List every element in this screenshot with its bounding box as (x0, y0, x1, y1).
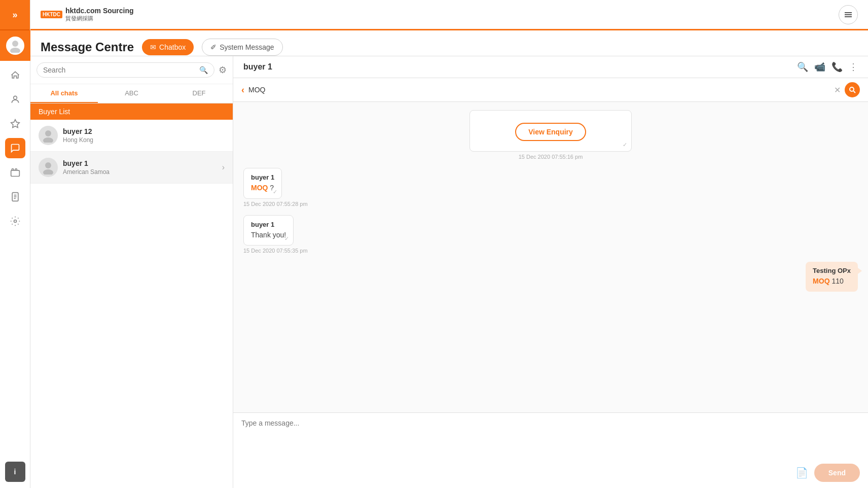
svg-point-0 (12, 41, 18, 47)
nav-collapse-btn[interactable]: » (0, 0, 30, 30)
search-back-icon[interactable]: ‹ (241, 85, 244, 95)
msg-read-checkmark-2: ✓ (273, 189, 277, 195)
chat-avatar-buyer1 (39, 158, 58, 177)
user-avatar-area (0, 30, 30, 61)
system-message-tab[interactable]: ✐ System Message (202, 39, 282, 56)
system-message-tab-label: System Message (220, 43, 274, 51)
nav-products-item[interactable] (5, 162, 25, 183)
logo-chinese-text: 貿發網採購 (65, 15, 134, 22)
chat-name-buyer1: buyer 1 (63, 159, 217, 167)
msg-sender-sent: Testing OPx (813, 267, 851, 274)
svg-marker-3 (11, 120, 19, 128)
filter-settings-icon[interactable]: ⚙ (219, 64, 227, 76)
nav-profile-item[interactable] (5, 89, 25, 110)
top-header: HKTDC hktdc.com Sourcing 貿發網採購 (30, 0, 868, 30)
msg-text-sent: MOQ 110 (813, 276, 851, 287)
msg-bubble-thankyou: buyer 1 Thank you! ✓ (243, 215, 294, 246)
more-options-icon[interactable]: ⋮ (849, 61, 858, 73)
search-go-button[interactable] (845, 82, 860, 97)
chatbox-tab-label: Chatbox (159, 43, 186, 51)
chevron-right-icon: » (12, 10, 17, 20)
tab-def[interactable]: DEF (165, 84, 233, 103)
search-clear-icon[interactable]: ✕ (834, 85, 841, 95)
chat-location-buyer1: American Samoa (63, 168, 217, 176)
search-chat-icon[interactable]: 🔍 (797, 61, 808, 73)
message-textarea[interactable] (241, 419, 860, 460)
content-area: Message Centre ✉ Chatbox ✐ System Messag… (30, 30, 868, 488)
search-icon: 🔍 (199, 66, 208, 74)
svg-point-13 (45, 130, 51, 136)
view-enquiry-label: View Enquiry (528, 128, 573, 136)
chat-location-buyer12: Hong Kong (63, 136, 225, 144)
msg-time-2: 15 Dec 2020 07:55:28 pm (243, 201, 308, 207)
msg-sender-2: buyer 1 (251, 221, 286, 228)
nav-favorites-item[interactable] (5, 114, 25, 134)
avatar (6, 37, 24, 55)
three-col-layout: 🔍 ⚙ All chats ABC DEF (30, 56, 868, 488)
search-input[interactable] (43, 66, 196, 74)
moq-highlight-sent: MOQ (813, 277, 829, 285)
tab-abc[interactable]: ABC (98, 84, 165, 103)
page-title: Message Centre (41, 40, 134, 54)
chat-tabs: All chats ABC DEF (30, 84, 233, 103)
svg-point-14 (43, 137, 53, 143)
message-input-area: 📄 Send (233, 412, 868, 488)
video-call-icon[interactable]: 📹 (814, 61, 825, 73)
messages-area: View Enquiry ✓ 15 Dec 2020 07:55:16 pm b… (233, 102, 868, 412)
hamburger-button[interactable] (839, 5, 858, 24)
msg-sent-testing: Testing OPx MOQ 110 (806, 262, 858, 292)
chat-item-buyer12[interactable]: buyer 12 Hong Kong (30, 120, 233, 152)
msg-text-moq: MOQ ? (251, 183, 274, 193)
message-input-toolbar: 📄 Send (241, 464, 860, 482)
buyer-list-header: Buyer List (30, 103, 233, 120)
svg-point-1 (10, 48, 20, 53)
nav-documents-item[interactable] (5, 187, 25, 207)
left-navigation: » (0, 0, 30, 488)
main-content: HKTDC hktdc.com Sourcing 貿發網採購 Message C… (30, 0, 868, 488)
hktdc-logo-badge: HKTDC (41, 11, 62, 18)
svg-point-9 (14, 220, 16, 223)
svg-point-16 (43, 169, 53, 175)
sidebar-search-row: 🔍 ⚙ (30, 56, 233, 84)
nav-bottom: i (5, 462, 25, 488)
chatbox-tab[interactable]: ✉ Chatbox (142, 39, 194, 55)
moq-highlight-1: MOQ (251, 184, 268, 192)
info-button[interactable]: i (5, 462, 25, 482)
svg-rect-4 (11, 170, 19, 177)
page-container: Message Centre ✉ Chatbox ✐ System Messag… (30, 30, 868, 488)
tab-all-chats[interactable]: All chats (30, 84, 98, 103)
send-button[interactable]: Send (814, 464, 860, 482)
chat-item-buyer1[interactable]: buyer 1 American Samoa › (30, 152, 233, 184)
search-box: 🔍 (37, 62, 214, 78)
msg-read-checkmark: ✓ (623, 142, 627, 148)
msg-bubble-moq: buyer 1 MOQ ? ✓ (243, 168, 282, 199)
msg-text-110: 110 (831, 277, 843, 285)
nav-icon-list (5, 61, 25, 462)
svg-point-15 (45, 162, 51, 168)
logo-sourcing-text: hktdc.com Sourcing (65, 7, 134, 15)
sidebar: 🔍 ⚙ All chats ABC DEF (30, 56, 233, 488)
msg-sender-1: buyer 1 (251, 173, 274, 181)
page-header: Message Centre ✉ Chatbox ✐ System Messag… (30, 30, 868, 56)
logo-area: HKTDC hktdc.com Sourcing 貿發網採購 (41, 7, 134, 22)
message-icon: ✐ (210, 43, 216, 51)
chat-header: buyer 1 🔍 📹 📞 ⋮ (233, 56, 868, 78)
msg-received-thankyou: buyer 1 Thank you! ✓ 15 Dec 2020 07:55:3… (243, 215, 497, 254)
enquiry-btn-row: View Enquiry (480, 119, 621, 143)
nav-home-item[interactable] (5, 65, 25, 85)
chat-search-bar: ‹ ✕ (233, 78, 868, 102)
nav-settings-item[interactable] (5, 211, 25, 231)
phone-call-icon[interactable]: 📞 (831, 61, 843, 73)
chat-list: buyer 12 Hong Kong (30, 120, 233, 488)
nav-messages-item[interactable] (5, 138, 25, 158)
mail-icon: ✉ (150, 43, 156, 51)
chat-name-buyer12: buyer 12 (63, 127, 225, 135)
chat-header-icons: 🔍 📹 📞 ⋮ (797, 61, 858, 73)
msg-time-3: 15 Dec 2020 07:55:35 pm (243, 248, 308, 254)
chat-panel: buyer 1 🔍 📹 📞 ⋮ ‹ ✕ (233, 56, 868, 488)
chat-avatar-buyer12 (39, 126, 58, 145)
attach-icon[interactable]: 📄 (795, 467, 808, 479)
chat-info-buyer12: buyer 12 Hong Kong (63, 127, 225, 144)
chat-search-input[interactable] (248, 86, 830, 94)
view-enquiry-button[interactable]: View Enquiry (515, 123, 586, 141)
